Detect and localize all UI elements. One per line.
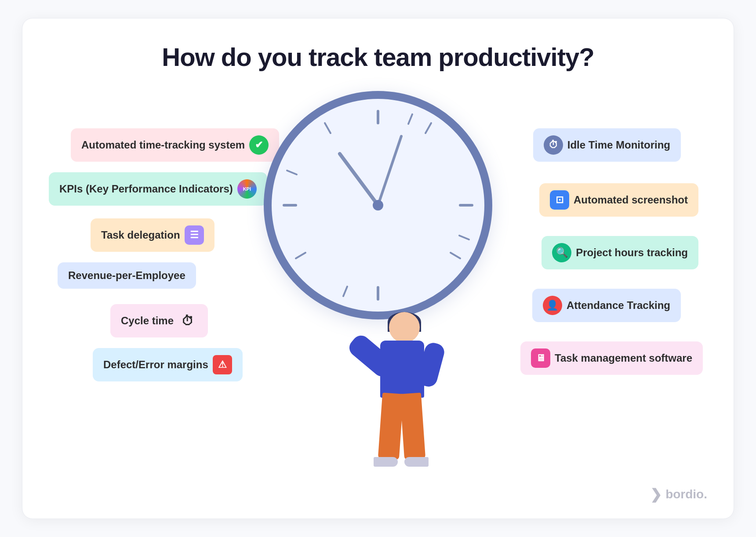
person-pants-right [400,393,425,460]
error-icon: ⚠ [213,355,232,374]
badge-project-label: Project hours tracking [576,247,688,259]
clock-face [264,91,492,319]
svg-line-7 [325,123,331,133]
svg-line-12 [340,154,378,205]
svg-line-9 [459,236,469,239]
svg-line-10 [343,287,347,296]
badge-auto-track-label: Automated time-tracking system [81,139,245,151]
person-pants-left [378,393,403,460]
person-torso [380,341,424,398]
clock-svg [272,99,484,312]
cycle-icon: ⏱ [178,311,197,330]
badge-defect-label: Defect/Error margins [103,359,208,371]
badge-auto-track: Automated time-tracking system ✔ [71,128,279,162]
logo-brand: bordio. [665,487,707,501]
svg-point-14 [373,200,383,210]
badge-kpi: KPIs (Key Performance Indicators) KPI [49,172,267,206]
badge-idle-label: Idle Time Monitoring [567,139,670,151]
badge-idle: ⏱ Idle Time Monitoring [533,128,681,162]
badge-cycle: Cycle time ⏱ [110,304,208,337]
person-shoe-left [374,457,398,467]
svg-line-13 [378,136,401,205]
badge-attendance: 👤 Attendance Tracking [532,289,681,322]
task-del-icon: ☰ [185,225,204,245]
badge-revenue: Revenue-per-Employee [58,262,196,289]
svg-line-6 [296,253,305,258]
badge-screenshot: ⊡ Automated screenshot [539,183,698,217]
badge-project: 🔍 Project hours tracking [542,236,698,269]
screenshot-icon: ⊡ [550,190,569,210]
attendance-icon: 👤 [543,296,562,315]
svg-line-8 [408,114,412,124]
badge-screenshot-label: Automated screenshot [574,194,688,206]
badge-task-del-label: Task delegation [101,229,180,241]
person-illustration [356,312,444,497]
idle-icon: ⏱ [544,135,563,155]
logo: ❯ bordio. [650,486,707,503]
badge-kpi-label: KPIs (Key Performance Indicators) [59,183,233,195]
project-icon: 🔍 [552,243,571,262]
badge-task-del: Task delegation ☰ [91,218,214,252]
svg-line-4 [425,123,431,133]
svg-line-11 [287,171,297,174]
badge-task-mgmt: 🖥 Task management software [520,341,703,375]
badge-attendance-label: Attendance Tracking [567,299,670,312]
badge-task-mgmt-label: Task management software [555,352,692,364]
person-shoe-right [404,457,429,467]
page-title: How do you track team productivity? [22,18,734,72]
clock-illustration [264,91,492,319]
badge-cycle-label: Cycle time [121,315,174,327]
badge-revenue-label: Revenue-per-Employee [68,269,185,282]
badge-defect: Defect/Error margins ⚠ [93,348,243,381]
person-head [389,312,420,343]
svg-line-5 [451,253,460,258]
task-mgmt-icon: 🖥 [531,348,550,368]
main-card: How do you track team productivity? Auto… [22,18,734,519]
kpi-icon: KPI [237,179,257,199]
logo-chevron-icon: ❯ [650,486,662,503]
